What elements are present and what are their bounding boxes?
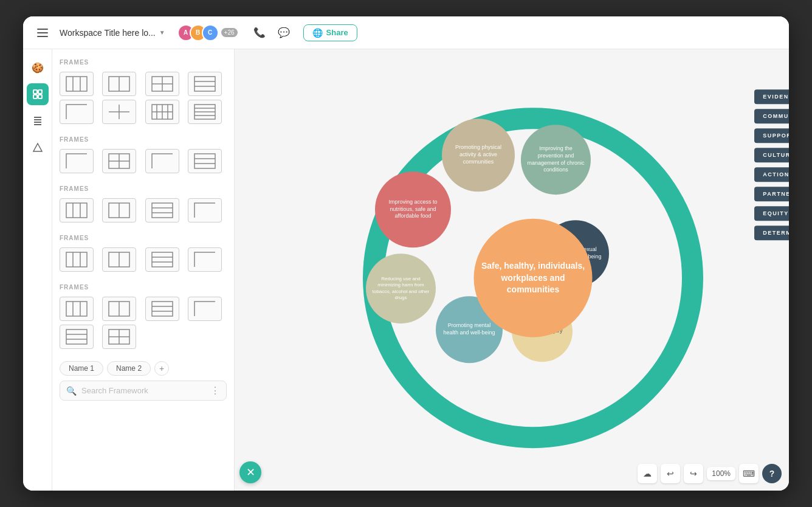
label-boxes: EVIDENCE INFORMED PRACTICE COMMUNITY PAR… <box>754 89 789 240</box>
frame-2-4[interactable] <box>188 149 222 173</box>
workspace-title[interactable]: Workspace Title here lo... ▼ <box>60 28 165 38</box>
tool-frames[interactable] <box>27 83 49 105</box>
help-button[interactable]: ? <box>762 464 782 483</box>
name-tab-2[interactable]: Name 2 <box>107 361 151 376</box>
chat-icon-button[interactable]: 💬 <box>274 23 294 43</box>
frame-5-4[interactable] <box>188 297 222 321</box>
frame-5-3[interactable] <box>145 297 179 321</box>
frame-4-1[interactable] <box>60 247 94 272</box>
more-options-icon[interactable]: ⋮ <box>210 385 220 396</box>
svg-rect-53 <box>66 302 87 316</box>
frames-label-5: FRAMES <box>60 284 227 291</box>
label-cultural[interactable]: CULTURAL CHANGE <box>754 148 789 162</box>
circle-food-access: Improving access to nutritious, safe and… <box>375 171 451 247</box>
circle-label: Promoting mental health and well-being <box>441 323 498 337</box>
label-evidence[interactable]: EVIDENCE INFORMED PRACTICE <box>754 89 789 104</box>
frame-3-1[interactable] <box>60 198 94 222</box>
tool-shapes[interactable] <box>27 137 49 159</box>
frames-label-1: FRAMES <box>60 59 227 66</box>
label-community[interactable]: COMMUNITY PARTICIPATION <box>754 109 789 123</box>
frame-icon-col3[interactable] <box>60 72 94 96</box>
diagram-container: Promoting physical activity & active com… <box>320 77 746 478</box>
frame-icon-grid4[interactable] <box>145 100 179 124</box>
main-content: 🍪 <box>23 49 789 491</box>
circle-label: Promoting physical activity & active com… <box>447 145 510 166</box>
menu-button[interactable] <box>33 23 52 43</box>
svg-rect-1 <box>38 90 42 94</box>
svg-rect-58 <box>152 302 173 316</box>
frame-3-3[interactable] <box>145 198 179 222</box>
frame-5-2[interactable] <box>102 297 136 321</box>
frames-section-4: FRAMES <box>60 235 227 272</box>
circle-chronic-conditions: Improving the prevention and management … <box>521 125 591 195</box>
frame-3-2[interactable] <box>102 198 136 222</box>
name-tab-1[interactable]: Name 1 <box>60 361 103 376</box>
label-determinants[interactable]: DETERMINANTS OF HEALTH <box>754 226 789 240</box>
frames-label-3: FRAMES <box>60 185 227 192</box>
frame-icon-grid[interactable] <box>145 72 179 96</box>
undo-icon-button[interactable]: ↩ <box>661 464 680 483</box>
frame-icon-col2[interactable] <box>102 72 136 96</box>
frame-2-1[interactable] <box>60 149 94 173</box>
workspace-title-text: Workspace Title here lo... <box>60 28 156 38</box>
frame-4-4[interactable] <box>188 247 222 272</box>
frames-grid-4 <box>60 247 227 272</box>
svg-rect-37 <box>66 203 87 218</box>
frames-section-1: FRAMES <box>60 59 227 124</box>
zoom-level: 100% <box>707 467 735 480</box>
add-tab-button[interactable]: + <box>154 361 169 376</box>
svg-rect-61 <box>66 329 87 344</box>
frame-4-3[interactable] <box>145 247 179 272</box>
screen: Workspace Title here lo... ▼ A B C +26 📞… <box>23 16 789 491</box>
svg-rect-42 <box>152 203 173 218</box>
close-button[interactable]: ✕ <box>239 461 261 483</box>
frame-3-4[interactable] <box>188 198 222 222</box>
tool-grid[interactable] <box>27 110 49 132</box>
avatar-group: A B C +26 <box>177 24 238 41</box>
frame-5-5[interactable] <box>60 325 94 349</box>
svg-rect-0 <box>33 90 37 94</box>
frame-5-1[interactable] <box>60 297 94 321</box>
svg-rect-17 <box>194 77 215 91</box>
frame-icon-rows[interactable] <box>188 72 222 96</box>
frames-grid-5 <box>60 297 227 349</box>
search-bar: 🔍 ⋮ <box>60 381 227 401</box>
keyboard-icon-button[interactable]: ⌨ <box>739 464 759 483</box>
frame-icon-corner-tl[interactable] <box>60 100 94 124</box>
frame-icon-plus[interactable] <box>102 100 136 124</box>
hamburger-icon <box>37 29 48 37</box>
avatar-count: +26 <box>221 28 238 37</box>
cloud-icon-button[interactable]: ☁ <box>638 464 657 483</box>
label-equity[interactable]: EQUITY <box>754 206 789 221</box>
label-partnership[interactable]: PARTNERSHIP <box>754 187 789 201</box>
frame-2-2[interactable] <box>102 149 136 173</box>
frame-5-6[interactable] <box>102 325 136 349</box>
frames-label-4: FRAMES <box>60 235 227 241</box>
name-tabs: Name 1 Name 2 + <box>60 361 227 376</box>
frame-icon-hlines[interactable] <box>188 100 222 124</box>
center-text: Safe, healthy, individuals, workplaces a… <box>474 254 593 302</box>
circle-label: Improving the prevention and management … <box>526 145 586 174</box>
frame-2-3[interactable] <box>145 149 179 173</box>
frame-4-2[interactable] <box>102 247 136 272</box>
topbar: Workspace Title here lo... ▼ A B C +26 📞… <box>23 16 789 49</box>
search-input[interactable] <box>81 386 205 395</box>
phone-icon-button[interactable]: 📞 <box>250 23 269 43</box>
circle-physical-activity: Promoting physical activity & active com… <box>442 119 515 191</box>
center-circle: Safe, healthy, individuals, workplaces a… <box>474 219 593 337</box>
share-button[interactable]: 🌐 Share <box>303 24 357 41</box>
frames-grid-3 <box>60 198 227 222</box>
redo-icon-button[interactable]: ↪ <box>684 464 703 483</box>
circle-tobacco-alcohol: Reducing use and minimizing harm from to… <box>366 254 436 323</box>
label-supportive[interactable]: SUPPORTIVE ENVIRONMENT <box>754 128 789 143</box>
frames-grid-1 <box>60 72 227 124</box>
tool-cookie[interactable]: 🍪 <box>27 57 49 78</box>
frames-section-2: FRAMES <box>60 136 227 173</box>
frames-section-3: FRAMES <box>60 185 227 222</box>
label-action[interactable]: ACTION ACROSS THE CONTINUUM <box>754 167 789 182</box>
globe-icon: 🌐 <box>312 28 323 38</box>
canvas[interactable]: Promoting physical activity & active com… <box>235 49 789 491</box>
left-toolbar: 🍪 <box>23 49 52 491</box>
frames-label-2: FRAMES <box>60 136 227 143</box>
search-icon: 🔍 <box>66 386 77 396</box>
